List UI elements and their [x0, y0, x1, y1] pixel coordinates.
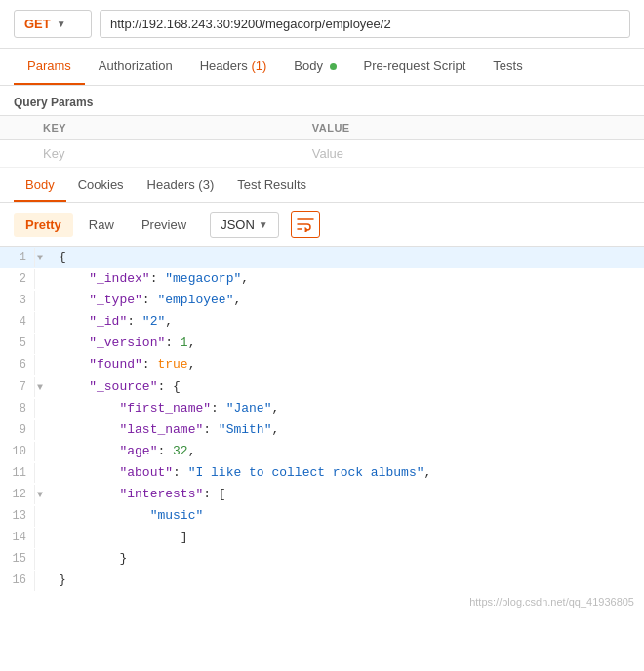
line-number: 5 [0, 334, 35, 353]
json-token: "_source" [89, 379, 157, 394]
tab-badge: (1) [251, 59, 266, 73]
json-token: , [233, 293, 241, 307]
json-line: 14 ] [0, 527, 644, 548]
json-token: : [173, 465, 188, 480]
line-content: "_index": "megacorp", [51, 268, 249, 290]
method-label: GET [24, 17, 51, 31]
json-token: , [271, 401, 279, 415]
json-token: : [127, 314, 142, 329]
line-content: } [51, 570, 66, 591]
json-token: "age" [119, 444, 157, 458]
url-input[interactable] [100, 10, 630, 38]
json-token: : [165, 336, 181, 350]
json-token: "Jane" [226, 401, 272, 415]
json-token: "found" [89, 357, 142, 372]
json-line: 5 "_version": 1, [0, 333, 644, 354]
json-token: "I like to collect rock albums" [188, 465, 424, 480]
line-content: } [51, 548, 127, 570]
tab-params[interactable]: Params [14, 49, 85, 85]
line-toggle[interactable]: ▼ [35, 250, 51, 266]
line-content: { [51, 247, 66, 268]
json-token: { [59, 250, 66, 264]
line-content: "_source": { [51, 376, 181, 398]
json-line: 3 "_type": "employee", [0, 290, 644, 311]
line-content: "about": "I like to collect rock albums"… [51, 462, 431, 484]
json-line: 10 "age": 32, [0, 441, 644, 462]
json-line: 13 "music" [0, 505, 644, 527]
line-toggle[interactable]: ▼ [35, 379, 51, 396]
json-line: 7▼ "_source": { [0, 376, 644, 398]
url-bar: GET ▼ [0, 0, 644, 49]
request-tabs: ParamsAuthorizationHeaders (1)Body Pre-r… [0, 49, 644, 86]
format-toolbar: PrettyRawPreviewJSON▼ [0, 203, 644, 247]
line-number: 9 [0, 420, 35, 440]
json-line: 15 } [0, 548, 644, 570]
json-token: "employee" [157, 293, 233, 307]
params-value-header: VALUE [299, 116, 644, 140]
line-number: 11 [0, 463, 35, 483]
json-token: "2" [142, 314, 165, 329]
json-line: 16} [0, 570, 644, 591]
format-dropdown-value: JSON [221, 217, 255, 232]
line-number: 1 [0, 248, 35, 267]
json-token: } [89, 551, 127, 566]
json-token: , [188, 336, 196, 350]
tab-tests[interactable]: Tests [479, 49, 536, 85]
json-line: 12▼ "interests": [ [0, 484, 644, 505]
json-token: : [157, 444, 173, 458]
method-chevron-icon: ▼ [57, 19, 66, 29]
json-token: "megacorp" [165, 271, 241, 286]
json-token: , [241, 271, 249, 286]
line-number: 10 [0, 442, 35, 461]
json-token: 32 [173, 444, 188, 458]
response-tab-headers[interactable]: Headers (3) [136, 170, 226, 202]
json-token: "last_name" [119, 422, 203, 437]
method-select[interactable]: GET ▼ [14, 10, 92, 38]
tab-pre-request[interactable]: Pre-request Script [350, 49, 480, 85]
json-line: 1▼{ [0, 247, 644, 268]
json-token: ] [119, 530, 187, 544]
params-key-placeholder[interactable]: Key [29, 140, 299, 168]
tab-authorization[interactable]: Authorization [85, 49, 186, 85]
json-token: : [142, 357, 158, 372]
line-number: 16 [0, 571, 35, 590]
format-dropdown[interactable]: JSON▼ [210, 212, 279, 238]
json-line: 8 "first_name": "Jane", [0, 398, 644, 419]
json-line: 6 "found": true, [0, 354, 644, 375]
json-token: , [188, 444, 196, 458]
line-toggle[interactable]: ▼ [35, 487, 51, 503]
json-line: 11 "about": "I like to collect rock albu… [0, 462, 644, 484]
line-content: "_type": "employee", [51, 290, 241, 311]
format-btn-pretty[interactable]: Pretty [14, 213, 73, 237]
line-content: "found": true, [51, 354, 195, 375]
json-token: , [271, 422, 279, 437]
params-checkbox-col [0, 116, 29, 140]
response-tab-cookies[interactable]: Cookies [66, 170, 136, 202]
wrap-button[interactable] [291, 211, 320, 238]
tab-headers[interactable]: Headers (1) [186, 49, 281, 85]
tab-body[interactable]: Body [280, 49, 349, 85]
tab-dot [330, 63, 337, 70]
format-dropdown-chevron-icon: ▼ [259, 219, 268, 230]
json-token: , [188, 357, 196, 372]
line-number: 6 [0, 355, 35, 375]
params-value-placeholder[interactable]: Value [299, 140, 644, 168]
line-content: "last_name": "Smith", [51, 419, 279, 441]
format-btn-raw[interactable]: Raw [77, 213, 126, 237]
response-tabs: BodyCookiesHeaders (3)Test Results [0, 170, 644, 203]
line-number: 14 [0, 528, 35, 547]
format-btn-preview[interactable]: Preview [130, 213, 198, 237]
json-token: "_id" [89, 314, 127, 329]
line-number: 12 [0, 485, 35, 504]
json-token: } [59, 572, 66, 587]
line-content: "age": 32, [51, 441, 195, 462]
json-line: 2 "_index": "megacorp", [0, 268, 644, 290]
json-token: "Smith" [219, 422, 272, 437]
response-tab-test-results[interactable]: Test Results [225, 170, 318, 202]
line-number: 15 [0, 549, 35, 569]
json-token: : [211, 401, 226, 415]
response-tab-body[interactable]: Body [14, 170, 66, 202]
json-token: true [157, 357, 187, 372]
params-placeholder-row: Key Value [0, 140, 644, 168]
params-key-header: KEY [29, 116, 299, 140]
